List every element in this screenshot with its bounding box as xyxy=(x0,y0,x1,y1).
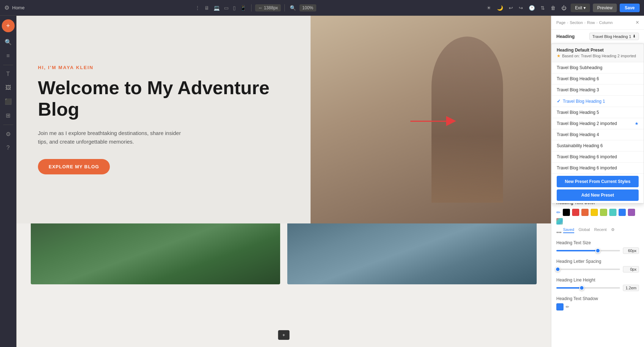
adjustments-icon[interactable]: ⇅ xyxy=(539,4,546,12)
sun-icon[interactable]: ☀ xyxy=(485,4,493,12)
history-icon[interactable]: 🕐 xyxy=(527,4,536,12)
text-icon[interactable]: T xyxy=(4,68,13,80)
text-size-value[interactable]: 60px xyxy=(623,247,639,254)
laptop-icon[interactable]: 💻 xyxy=(212,4,221,12)
add-new-preset-button[interactable]: Add New Preset xyxy=(557,189,639,201)
color-tab-settings[interactable]: ⚙ xyxy=(611,227,615,233)
hero-cta-button[interactable]: EXPLORE MY BLOG xyxy=(38,159,110,174)
settings-icon[interactable]: ⚙ xyxy=(3,128,14,140)
color-tab-recent[interactable]: Recent xyxy=(594,227,607,233)
hero-title[interactable]: Welcome to My Adventure Blog xyxy=(38,77,289,120)
trash-icon[interactable]: 🗑 xyxy=(549,4,557,12)
hero-left: HI, I'M MAYA KLEIN Welcome to My Adventu… xyxy=(16,16,311,223)
preset-item-heading6imp1[interactable]: Travel Blog Heading 6 imported xyxy=(552,151,644,163)
letter-spacing-row: Heading Letter Spacing 0px xyxy=(556,259,639,273)
gallery-waterfall-image xyxy=(31,213,280,284)
heading-label: Heading xyxy=(556,34,575,39)
preset-dropdown: Heading Default Preset ★ Based on: Trave… xyxy=(551,44,644,203)
desktop-icon[interactable]: ⋮ xyxy=(194,4,201,12)
hero-section[interactable]: HI, I'M MAYA KLEIN Welcome to My Adventu… xyxy=(16,16,551,223)
color-swatch-gradient[interactable] xyxy=(556,218,563,225)
moon-icon[interactable]: 🌙 xyxy=(496,4,504,12)
color-swatch-red[interactable] xyxy=(572,209,579,216)
letter-spacing-value[interactable]: 0px xyxy=(623,266,639,273)
search-icon[interactable]: 🔍 xyxy=(288,4,297,12)
color-swatch-teal[interactable] xyxy=(609,209,616,216)
heading-select[interactable]: Travel Blog Heading 1 ⬇ xyxy=(589,33,639,40)
gallery-lake-image xyxy=(287,213,537,284)
preset-item-heading2imp[interactable]: Travel Blog Heading 2 imported ★ xyxy=(552,118,644,129)
breadcrumb-column: Column xyxy=(599,20,613,25)
line-height-track[interactable] xyxy=(556,287,620,289)
preset-item-heading6-label: Travel Blog Heading 6 xyxy=(557,76,639,81)
help-icon[interactable]: ? xyxy=(4,142,13,154)
layout-icon[interactable]: ⬛ xyxy=(2,95,15,108)
text-size-track[interactable] xyxy=(556,250,620,251)
layers-icon[interactable]: ≡ xyxy=(4,50,13,62)
color-swatch-blue[interactable] xyxy=(619,209,626,216)
letter-spacing-thumb[interactable] xyxy=(555,267,560,272)
line-height-row: Heading Line Height 1.2em xyxy=(556,278,639,291)
breadcrumb-page: Page xyxy=(556,20,566,25)
new-preset-button[interactable]: New Preset From Current Styles xyxy=(557,176,639,187)
save-button[interactable]: Save xyxy=(620,4,640,12)
panel-close-button[interactable]: × xyxy=(636,19,639,26)
redo-icon[interactable]: ↪ xyxy=(517,4,525,12)
letter-spacing-label: Heading Letter Spacing xyxy=(556,259,639,264)
preset-header-sub: ★ Based on: Travel Blog Heading 2 import… xyxy=(557,53,639,58)
arrow-head xyxy=(446,116,456,126)
text-size-fill xyxy=(556,250,598,251)
preset-item-heading4[interactable]: Travel Blog Heading 4 xyxy=(552,129,644,140)
mobile-icon[interactable]: 📱 xyxy=(239,4,248,12)
tablet-portrait-icon[interactable]: ▯ xyxy=(231,4,237,12)
text-shadow-edit[interactable]: ✏ xyxy=(566,304,569,309)
line-height-thumb[interactable] xyxy=(579,285,584,290)
line-height-slider-container: 1.2em xyxy=(556,285,639,291)
module-icon[interactable]: ⊞ xyxy=(3,109,13,122)
preset-item-sustainability6[interactable]: Sustainability Heading 6 xyxy=(552,140,644,151)
line-height-value[interactable]: 1.2em xyxy=(623,285,639,291)
width-value: 1388px xyxy=(264,5,278,10)
more-colors-dots[interactable]: ••• xyxy=(556,230,562,235)
add-section-icon: + xyxy=(282,332,285,338)
add-section-button[interactable]: + xyxy=(278,330,289,340)
panel-header: Page › Section › Row › Column × xyxy=(551,16,644,30)
color-tab-global[interactable]: Global xyxy=(579,227,590,233)
preset-item-heading3[interactable]: Travel Blog Heading 3 xyxy=(552,85,644,96)
home-label: Home xyxy=(12,5,25,10)
breadcrumb-row: Row xyxy=(587,20,595,25)
power-icon[interactable]: ⏻ xyxy=(560,4,568,12)
text-size-thumb[interactable] xyxy=(595,248,600,253)
main-container: + 🔍 ≡ T 🖼 ⬛ ⊞ ⚙ ? HI, I'M MAYA KLEIN Wel… xyxy=(0,16,644,347)
color-swatch-yellow[interactable] xyxy=(591,209,598,216)
add-element-button[interactable]: + xyxy=(2,19,15,32)
color-swatch-green[interactable] xyxy=(600,209,607,216)
preview-button[interactable]: Preview xyxy=(593,4,617,12)
preset-header-title: Heading Default Preset xyxy=(557,48,639,53)
search-sidebar-icon[interactable]: 🔍 xyxy=(2,36,15,48)
preset-item-heading1[interactable]: ✓ Travel Blog Heading 1 xyxy=(552,96,644,107)
topbar-center: ⋮ 🖥 💻 ▭ ▯ 📱 ↔ 1388px 🔍 100% xyxy=(29,4,481,12)
gear-icon[interactable]: ⚙ xyxy=(4,4,9,11)
color-swatch-black[interactable] xyxy=(563,209,570,216)
heading-select-text: Travel Blog Heading 1 xyxy=(592,34,631,39)
color-pencil-icon[interactable]: ✏ xyxy=(556,209,561,215)
tablet-landscape-icon[interactable]: ▭ xyxy=(223,4,230,12)
panel-body: Heading Text Color ✏ ••• Saved Global Re… xyxy=(551,194,644,347)
color-tab-saved[interactable]: Saved xyxy=(563,227,574,233)
undo-icon[interactable]: ↩ xyxy=(507,4,514,12)
color-swatch-orange[interactable] xyxy=(581,209,589,216)
preset-star-icon: ★ xyxy=(557,53,561,58)
device-icons: ⋮ 🖥 💻 ▭ ▯ 📱 xyxy=(194,4,248,12)
text-shadow-color[interactable] xyxy=(556,303,564,310)
color-swatch-purple[interactable] xyxy=(628,209,635,216)
preset-item-subheading[interactable]: Travel Blog Subheading xyxy=(552,62,644,73)
sidebar-divider-1 xyxy=(3,65,13,65)
letter-spacing-track[interactable] xyxy=(556,269,620,270)
preset-item-heading5[interactable]: Travel Blog Heading 5 xyxy=(552,107,644,118)
monitor-icon[interactable]: 🖥 xyxy=(203,4,211,12)
preset-item-heading6imp2[interactable]: Travel Blog Heading 6 imported xyxy=(552,163,644,174)
exit-button[interactable]: Exit ▾ xyxy=(571,4,590,12)
preset-item-heading6[interactable]: Travel Blog Heading 6 xyxy=(552,73,644,85)
image-icon[interactable]: 🖼 xyxy=(3,82,14,94)
